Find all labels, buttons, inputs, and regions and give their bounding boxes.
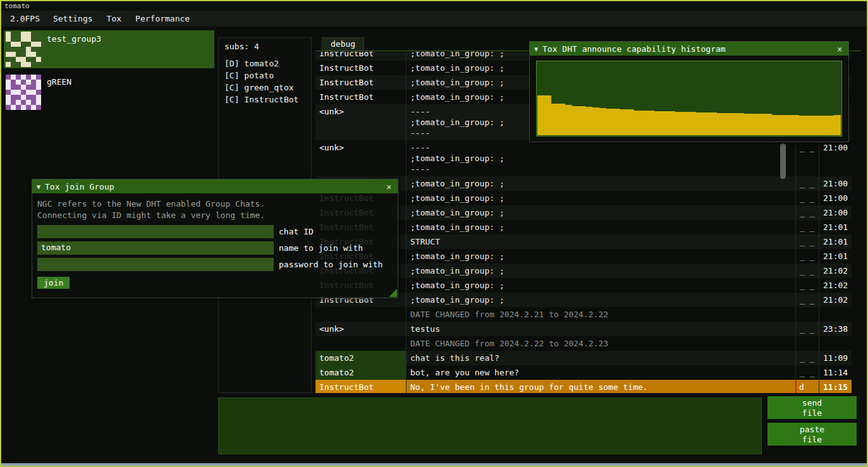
avatar-pixel: [26, 75, 31, 80]
avatar-pixel: [36, 47, 41, 52]
chat-message-row[interactable]: <unk>testus_ _23:38: [315, 322, 852, 336]
avatar-pixel: [26, 85, 31, 90]
join-fields: chat IDtomatoname to join withpassword t…: [37, 225, 393, 271]
avatar-pixel: [21, 85, 26, 90]
member-item-InstructBot[interactable]: [C] InstructBot: [219, 94, 311, 106]
message-input[interactable]: [218, 397, 762, 454]
avatar-pixel: [6, 80, 11, 85]
join-password-input[interactable]: [37, 258, 274, 271]
collapse-arrow-icon[interactable]: ▼: [534, 45, 538, 52]
histogram-bars: [537, 62, 841, 135]
chat-id-label: chat ID: [279, 227, 314, 236]
join-button[interactable]: join: [37, 277, 70, 289]
histogram-bar: [675, 112, 682, 135]
avatar-pixel: [16, 62, 21, 67]
histogram-bar: [710, 112, 717, 135]
collapse-arrow-icon[interactable]: ▼: [37, 183, 40, 190]
avatar-pixel: [21, 37, 26, 42]
avatar-pixel: [16, 100, 21, 105]
member-item-green_qtox[interactable]: [C] green_qtox: [219, 82, 311, 94]
avatar-pixel: [6, 105, 11, 110]
join-window-body: NGC refers to the New DHT enabled Group …: [32, 193, 398, 294]
taskbar-strip: [1, 463, 867, 466]
chat-message-text: ;tomato_in_group: ;: [406, 205, 795, 220]
chat-message-row[interactable]: <unk>---- ;tomato_in_group: ; ----_ _21:…: [315, 140, 852, 176]
paste-file-button[interactable]: paste file: [767, 423, 857, 446]
chat-message-flags: _ _: [795, 351, 819, 365]
menu-item-performance[interactable]: Performance: [128, 12, 197, 25]
histogram-window-titlebar[interactable]: ▼ Tox DHT announce capability histogram …: [530, 42, 848, 56]
histogram-bar: [806, 116, 813, 135]
chat-message-row[interactable]: tomato2chat is this real?_ _11:09: [315, 351, 852, 365]
chat-message-flags: [795, 307, 819, 322]
avatar-pixel: [31, 47, 36, 52]
avatar-pixel: [6, 32, 11, 37]
tab-debug[interactable]: debug: [322, 37, 364, 51]
avatar-pixel: [21, 42, 26, 47]
send-file-button[interactable]: send file: [767, 396, 857, 419]
chat-author: InstructBot: [315, 52, 406, 61]
chat-message-text: No, I've been in this group for quite so…: [406, 380, 795, 393]
chat-message-row[interactable]: InstructBotNo, I've been in this group f…: [315, 380, 852, 393]
avatar-pixel: [16, 32, 21, 37]
avatar-pixel: [36, 62, 41, 67]
chat-id-input[interactable]: [37, 225, 274, 238]
avatar-pixel: [21, 105, 26, 110]
avatar-pixel: [31, 37, 36, 42]
avatar-pixel: [6, 85, 11, 90]
chat-date-row[interactable]: DATE CHANGED from 2024.2.21 to 2024.2.22: [315, 307, 852, 322]
join-window-titlebar[interactable]: ▼ Tox join Group ✕: [32, 179, 398, 193]
chat-author: tomato2: [315, 351, 406, 365]
member-item-potato[interactable]: [C] potato: [219, 70, 311, 82]
member-item-tomato2[interactable]: [D] tomato2: [219, 58, 311, 70]
resize-grip-icon[interactable]: [389, 289, 397, 297]
chat-message-time: 21:01: [819, 234, 852, 249]
histogram-bar: [813, 116, 820, 135]
histogram-bar: [689, 112, 696, 135]
close-icon[interactable]: ✕: [384, 182, 393, 191]
group-item-gREEN[interactable]: gREEN: [4, 73, 214, 111]
close-icon[interactable]: ✕: [835, 44, 844, 54]
avatar-pixel: [36, 37, 41, 42]
histogram-bar: [668, 111, 675, 135]
chat-message-row[interactable]: tomato2bot, are you new here?_ _11:14: [315, 365, 852, 380]
avatar-pixel: [36, 85, 41, 90]
chat-message-time: 21:00: [819, 176, 852, 191]
histogram-bar: [537, 95, 544, 135]
histogram-window: ▼ Tox DHT announce capability histogram …: [529, 41, 849, 142]
histogram-bar: [682, 112, 689, 135]
avatar-pixel: [11, 105, 16, 110]
menu-item-tox[interactable]: Tox: [100, 12, 128, 25]
chat-message-text: bot, are you new here?: [406, 365, 795, 380]
histogram-bar: [696, 112, 703, 135]
chat-message-flags: _ _: [795, 278, 819, 293]
avatar-pixel: [21, 52, 26, 57]
chat-author: <unk>: [315, 322, 406, 336]
chat-message-time: 21:00: [819, 205, 852, 220]
chat-message-time: 21:02: [819, 264, 852, 278]
avatar-pixel: [21, 75, 26, 80]
window-titlebar[interactable]: tomato: [1, 1, 867, 11]
avatar-pixel: [31, 80, 36, 85]
avatar-pixel: [31, 57, 36, 62]
join-name-input[interactable]: tomato: [37, 241, 274, 255]
chat-message-flags: _ _: [795, 140, 819, 176]
histogram-bar: [654, 111, 661, 135]
chat-message-flags: _ _: [795, 205, 819, 220]
avatar-pixel: [36, 80, 41, 85]
avatar-pixel: [6, 62, 11, 67]
histogram-bar: [544, 95, 551, 135]
chat-message-text: ;tomato_in_group: ;: [406, 191, 795, 205]
avatar-pixel: [26, 42, 31, 47]
avatar-pixel: [6, 57, 11, 62]
group-item-test_group3[interactable]: test_group3: [4, 30, 214, 68]
avatar-pixel: [16, 105, 21, 110]
chat-date-row[interactable]: DATE CHANGED from 2024.2.22 to 2024.2.23: [315, 336, 852, 351]
menu-item-settings[interactable]: Settings: [46, 12, 100, 25]
avatar-pixel: [36, 32, 41, 37]
avatar-pixel: [31, 42, 36, 47]
avatar-pixel: [11, 75, 16, 80]
chat-scrollbar-thumb[interactable]: [780, 143, 786, 179]
chat-author: InstructBot: [315, 380, 406, 393]
chat-message-time: 21:01: [819, 249, 852, 264]
